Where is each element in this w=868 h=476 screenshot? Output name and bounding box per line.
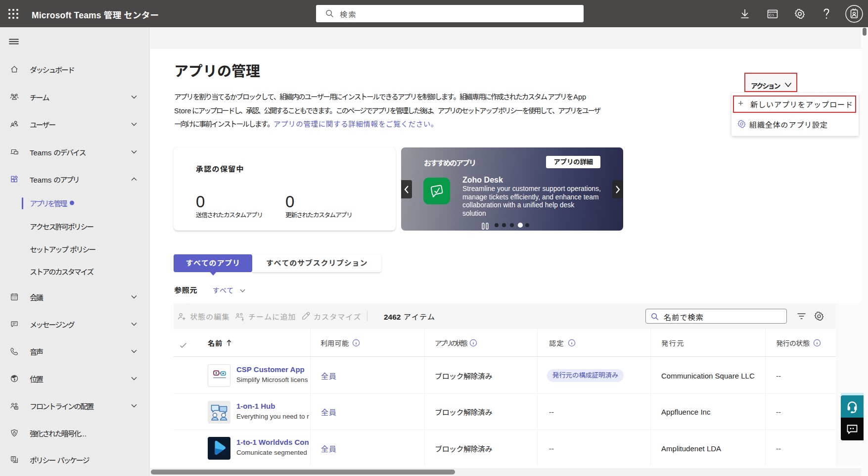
svg-text:C:\: C:\ — [769, 13, 775, 17]
